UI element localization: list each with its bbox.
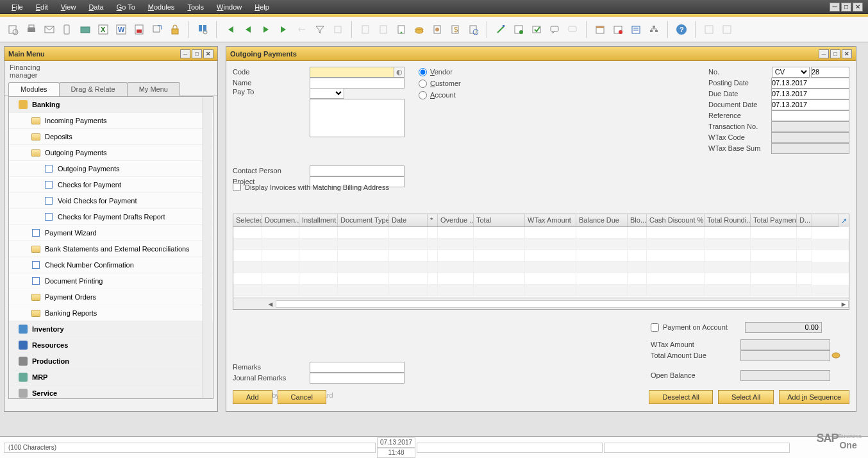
no-series-select[interactable]: CV: [772, 67, 810, 78]
payment-means-icon[interactable]: [831, 351, 840, 360]
org-icon[interactable]: [647, 22, 661, 37]
menu-goto[interactable]: Go To: [110, 2, 142, 12]
help-icon[interactable]: ?: [674, 22, 689, 37]
grid-col-2[interactable]: Installment: [299, 214, 338, 226]
grid-col-6[interactable]: Overdue ...: [438, 214, 474, 226]
prev-record-icon[interactable]: [241, 22, 255, 37]
tree-service[interactable]: Service: [9, 386, 213, 399]
query-2-icon[interactable]: [720, 22, 734, 37]
pdf-icon[interactable]: [132, 22, 146, 37]
tree-deposits[interactable]: Deposits: [9, 129, 213, 145]
deselect-all-button[interactable]: Deselect All: [649, 390, 712, 404]
preview-icon[interactable]: [6, 22, 21, 37]
gross-profit-icon[interactable]: [430, 22, 444, 37]
mm-close-button[interactable]: ✕: [203, 49, 213, 58]
grid-col-1[interactable]: Documen...: [262, 214, 299, 226]
grid-row[interactable]: [233, 227, 849, 239]
menu-edit[interactable]: Edit: [29, 2, 54, 12]
chat-1-icon[interactable]: [547, 22, 562, 37]
tree-checks-payment[interactable]: Checks for Payment: [9, 177, 213, 193]
schedule-icon[interactable]: [629, 22, 643, 37]
print-icon[interactable]: [24, 22, 38, 37]
grid-row[interactable]: [233, 262, 849, 273]
email-icon[interactable]: [42, 22, 56, 37]
cancel-button[interactable]: Cancel: [278, 390, 326, 404]
mm-min-button[interactable]: ─: [180, 49, 190, 58]
dollar-doc-icon[interactable]: $: [448, 22, 462, 37]
chat-2-icon[interactable]: [565, 22, 580, 37]
due-date-input[interactable]: [771, 89, 849, 99]
query-icon[interactable]: [702, 22, 716, 37]
tree-document-printing[interactable]: Document Printing: [9, 273, 213, 289]
payto-textarea[interactable]: [310, 99, 405, 137]
tree-resources[interactable]: Resources: [9, 337, 213, 353]
tree-scrollbar[interactable]: [203, 98, 212, 398]
tree-payment-wizard[interactable]: Payment Wizard: [9, 225, 213, 241]
grid-row[interactable]: [233, 250, 849, 262]
payto-select[interactable]: [310, 88, 344, 99]
posting-date-input[interactable]: [771, 78, 849, 89]
base-doc-icon[interactable]: [394, 22, 408, 37]
grid-col-12[interactable]: Total Roundi...: [705, 214, 751, 226]
tree-bank-statements[interactable]: Bank Statements and External Reconciliat…: [9, 241, 213, 257]
launch-icon[interactable]: [150, 22, 164, 37]
remarks-input[interactable]: [310, 362, 405, 373]
menu-view[interactable]: View: [54, 2, 83, 12]
name-input[interactable]: [310, 78, 405, 89]
grid-col-7[interactable]: Total: [474, 214, 525, 226]
account-radio[interactable]: Account: [419, 89, 461, 101]
tree-banking[interactable]: Banking: [9, 97, 213, 113]
vendor-radio[interactable]: Vendor: [419, 66, 461, 78]
grid-h-scrollbar[interactable]: ◄►: [233, 298, 849, 309]
fax-icon[interactable]: [78, 22, 92, 37]
code-input[interactable]: [310, 67, 394, 78]
tree-mrp[interactable]: MRP: [9, 369, 213, 386]
add-button[interactable]: Add: [233, 390, 272, 404]
no-input[interactable]: [811, 67, 849, 78]
grid-col-10[interactable]: Blo...: [628, 214, 647, 226]
alert-cal-icon[interactable]: [611, 22, 625, 37]
app-close-button[interactable]: ✕: [853, 3, 863, 12]
doc-date-input[interactable]: [771, 99, 849, 110]
grid-col-13[interactable]: Total Payment: [751, 214, 797, 226]
contact-input[interactable]: [310, 165, 405, 176]
app-restore-button[interactable]: □: [841, 3, 851, 12]
layout-designer-icon[interactable]: [494, 22, 508, 37]
calendar-icon[interactable]: [593, 22, 607, 37]
grid-col-8[interactable]: WTax Amount: [525, 214, 576, 226]
first-record-icon[interactable]: [223, 22, 237, 37]
select-all-button[interactable]: Select All: [718, 390, 774, 404]
menu-file[interactable]: File: [5, 2, 29, 12]
add-in-sequence-button[interactable]: Add in Sequence: [779, 390, 849, 404]
tree-check-confirmation[interactable]: Check Number Confirmation: [9, 257, 213, 273]
trans-journal-icon[interactable]: [466, 22, 480, 37]
tree-void-checks[interactable]: Void Checks for Payment: [9, 193, 213, 209]
payment-on-account-checkbox[interactable]: [651, 323, 659, 332]
tree-outgoing-folder[interactable]: Outgoing Payments: [9, 145, 213, 161]
last-record-icon[interactable]: [277, 22, 291, 37]
grid-col-4[interactable]: Date: [389, 214, 428, 226]
tree-incoming-payments[interactable]: Incoming Payments: [9, 113, 213, 129]
grid-col-9[interactable]: Balance Due: [576, 214, 628, 226]
sms-icon[interactable]: [60, 22, 74, 37]
tree-inventory[interactable]: Inventory: [9, 321, 213, 337]
form-settings-icon[interactable]: [512, 22, 526, 37]
approve-icon[interactable]: [530, 22, 544, 37]
excel-icon[interactable]: X: [96, 22, 110, 37]
tab-drag-relate[interactable]: Drag & Relate: [59, 82, 128, 96]
menu-data[interactable]: Data: [82, 2, 110, 12]
tab-my-menu[interactable]: My Menu: [127, 82, 180, 96]
menu-tools[interactable]: Tools: [181, 2, 210, 12]
grid-col-5[interactable]: *: [428, 214, 438, 226]
grid-col-11[interactable]: Cash Discount %: [647, 214, 705, 226]
word-icon[interactable]: W: [114, 22, 128, 37]
display-invoices-checkbox[interactable]: [233, 183, 241, 191]
grid-col-0[interactable]: Selected: [233, 214, 262, 226]
mm-max-button[interactable]: □: [192, 49, 202, 58]
menu-window[interactable]: Window: [210, 2, 248, 12]
op-min-button[interactable]: ─: [819, 49, 829, 58]
grid-row[interactable]: [233, 273, 849, 285]
tree-payment-orders[interactable]: Payment Orders: [9, 289, 213, 305]
grid-row[interactable]: [233, 239, 849, 250]
grid-row[interactable]: [233, 285, 849, 296]
